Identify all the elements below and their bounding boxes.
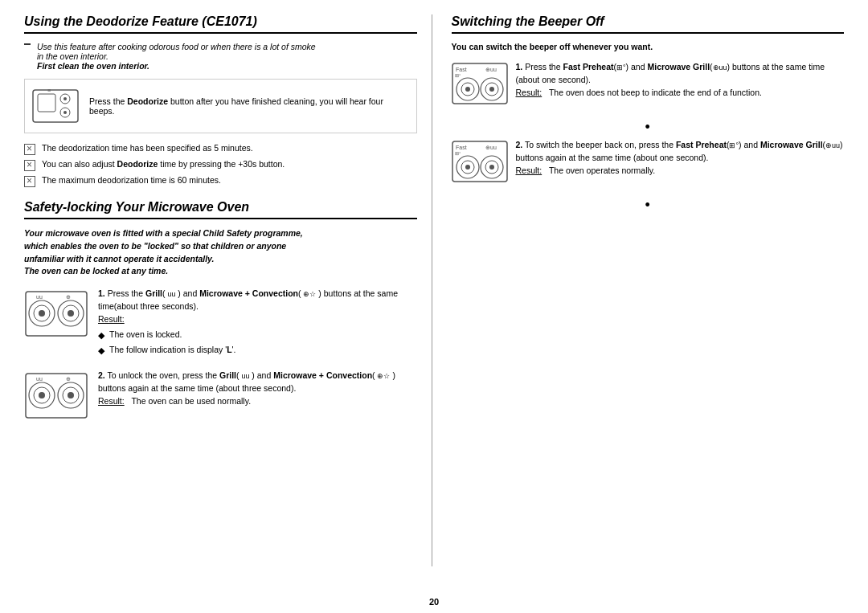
svg-point-6 <box>63 111 67 114</box>
safety-steps: uu ⊕ 1. Press the Grill( uu ) and Microw… <box>24 288 417 422</box>
svg-text:uu: uu <box>36 376 43 382</box>
bullet-icon-1 <box>24 144 35 155</box>
deodorize-demo: ≡ Press the Deodorize button after you h… <box>24 79 417 133</box>
bullet-list: The deodorization time has been specifie… <box>24 143 417 187</box>
svg-point-14 <box>68 310 74 317</box>
bullet-icon-3 <box>24 176 35 187</box>
svg-text:uu: uu <box>36 294 43 300</box>
svg-point-41 <box>465 165 470 170</box>
svg-point-4 <box>63 97 67 100</box>
info-text: Use this feature after cooking odorous f… <box>37 42 316 71</box>
svg-rect-1 <box>38 94 55 112</box>
beeper-step-2-image: Fast ⊞° ⊕uu <box>452 139 508 186</box>
svg-text:⊕uu: ⊕uu <box>485 67 497 72</box>
svg-point-31 <box>465 87 470 92</box>
beeper-title: Switching the Beeper Off <box>452 14 845 34</box>
left-column: Using the Deodorize Feature (CE1071) Use… <box>24 14 432 566</box>
svg-text:⊞°: ⊞° <box>455 73 461 78</box>
beeper-step-1-content: 1. Press the Fast Preheat(⊞°) and Microw… <box>516 61 845 99</box>
demo-text: Press the Deodorize button after you hav… <box>89 96 410 116</box>
safety-intro: Your microwave oven is fitted with a spe… <box>24 227 417 278</box>
safety-step-1-image: uu ⊕ <box>24 288 88 340</box>
bullet-item-2: You can also adjust Deodorize time by pr… <box>24 159 417 171</box>
info-box: Use this feature after cooking odorous f… <box>24 42 417 71</box>
safety-step-1-content: 1. Press the Grill( uu ) and Microwave +… <box>98 288 417 358</box>
bullet-icon-2 <box>24 160 35 171</box>
page-container: Using the Deodorize Feature (CE1071) Use… <box>0 0 868 591</box>
safety-step-2: uu ⊕ 2. To unlock the oven, press the Gr… <box>24 370 417 422</box>
page-footer: 20 <box>0 591 868 613</box>
beeper-step-1: Fast ⊞° ⊕uu 1. Press the Fast Preheat(⊞°… <box>452 61 845 108</box>
svg-point-10 <box>39 310 45 317</box>
page-number: 20 <box>429 597 439 607</box>
beeper-step-1-image: Fast ⊞° ⊕uu <box>452 61 508 108</box>
right-column: Switching the Beeper Off You can switch … <box>432 14 845 566</box>
svg-point-44 <box>489 165 494 170</box>
svg-text:⊕uu: ⊕uu <box>485 145 497 150</box>
svg-point-23 <box>68 392 74 398</box>
svg-point-34 <box>489 87 494 92</box>
svg-point-19 <box>39 392 45 398</box>
beeper-subtitle: You can switch the beeper off whenever y… <box>452 42 845 51</box>
safety-step-1: uu ⊕ 1. Press the Grill( uu ) and Microw… <box>24 288 417 358</box>
beeper-step-2: Fast ⊞° ⊕uu 2. To switch the beeper back… <box>452 139 845 186</box>
bullet-item-1: The deodorization time has been specifie… <box>24 143 417 155</box>
svg-rect-16 <box>26 374 87 418</box>
en-badge <box>24 43 31 45</box>
deodorize-title: Using the Deodorize Feature (CE1071) <box>24 14 417 34</box>
safety-step-2-content: 2. To unlock the oven, press the Grill( … <box>98 370 417 407</box>
beeper-step-2-content: 2. To switch the beeper back on, press t… <box>516 139 845 177</box>
svg-text:Fast: Fast <box>456 67 467 72</box>
svg-text:Fast: Fast <box>456 145 467 150</box>
svg-text:⊞°: ⊞° <box>455 151 461 156</box>
svg-text:≡: ≡ <box>47 88 51 93</box>
svg-text:⊕: ⊕ <box>66 376 71 382</box>
svg-text:⊕: ⊕ <box>66 294 71 300</box>
safety-step-2-image: uu ⊕ <box>24 370 88 422</box>
svg-rect-7 <box>26 292 87 336</box>
deodorize-oven-icon: ≡ <box>31 86 80 126</box>
safety-title: Safety-locking Your Microwave Oven <box>24 200 417 219</box>
bullet-item-3: The maximum deodorization time is 60 min… <box>24 175 417 187</box>
